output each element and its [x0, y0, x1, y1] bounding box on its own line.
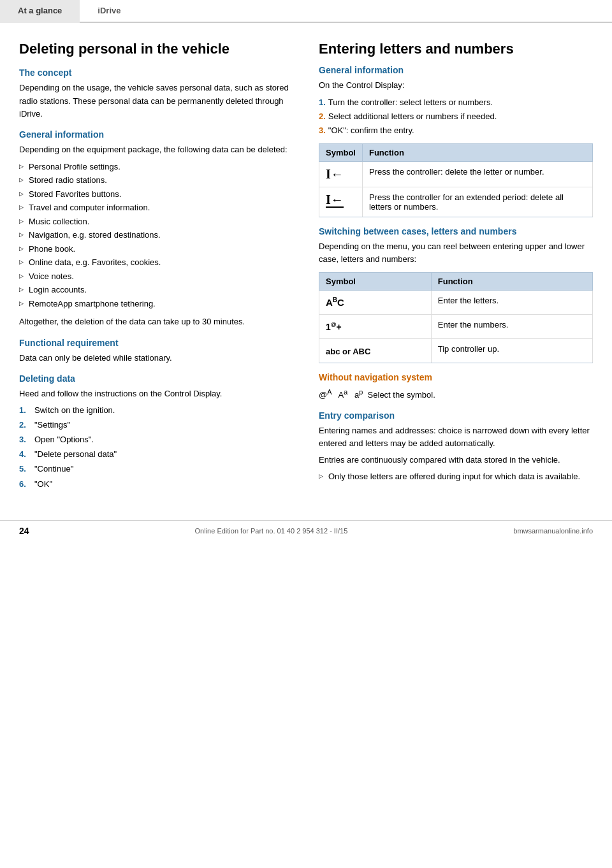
table-row: ABC Enter the letters. — [319, 291, 593, 315]
switching-cases-heading: Switching between cases, letters and num… — [319, 226, 593, 236]
enter-letters-steps: 1. Turn the controller: select letters o… — [319, 96, 593, 137]
footer-brand: bmwsarmanualonline.info — [513, 527, 593, 535]
without-nav-symbols: @A Aa ap Select the symbol. — [319, 386, 593, 401]
tab-at-a-glance[interactable]: At a glance — [0, 0, 80, 23]
list-item: 2. Select additional letters or numbers … — [319, 110, 593, 123]
step-number: 3. — [319, 124, 326, 137]
general-info-body: Depending on the equipment package, the … — [19, 143, 293, 156]
list-item: 6. "OK" — [19, 478, 293, 491]
functional-req-body: Data can only be deleted while stationar… — [19, 352, 293, 365]
left-column: Deleting personal in the vehicle The con… — [19, 41, 293, 495]
entry-comparison-heading: Entry comparison — [319, 410, 593, 421]
symbol-cell: 1@+ — [319, 315, 432, 339]
page-number: 24 — [19, 526, 29, 536]
delete-symbol-table: Symbol Function I← Press the controller:… — [319, 143, 593, 217]
deletable-items-list: Personal Profile settings. Stored radio … — [19, 160, 293, 311]
without-nav-heading: Without navigation system — [319, 372, 593, 382]
deleting-data-body: Heed and follow the instructions on the … — [19, 387, 293, 400]
step-text: Switch on the ignition. — [34, 404, 115, 417]
function-cell: Enter the numbers. — [431, 315, 592, 339]
tab-at-a-glance-label: At a glance — [18, 6, 62, 15]
list-item: 1. Turn the controller: select letters o… — [319, 96, 593, 109]
table-col-function: Function — [362, 143, 592, 161]
list-item: 5. "Continue" — [19, 463, 293, 475]
step-number: 1. — [19, 404, 32, 417]
right-page-title: Entering letters and numbers — [319, 41, 593, 57]
step-text: Open "Options". — [34, 433, 94, 446]
step-number: 4. — [19, 448, 32, 461]
step-number: 2. — [319, 110, 326, 123]
table-col-function: Function — [431, 273, 592, 291]
the-concept-heading: The concept — [19, 68, 293, 78]
left-page-title: Deleting personal in the vehicle — [19, 41, 293, 57]
right-column: Entering letters and numbers General inf… — [319, 41, 593, 495]
switching-cases-body: Depending on the menu, you can reel betw… — [319, 240, 593, 266]
step-text: "Delete personal data" — [34, 448, 117, 461]
footer-copyright: Online Edition for Part no. 01 40 2 954 … — [195, 527, 348, 535]
function-cell: Tip controller up. — [431, 339, 592, 363]
step-text: Select additional letters or numbers if … — [328, 110, 497, 123]
the-concept-body: Depending on the usage, the vehicle save… — [19, 82, 293, 120]
deleting-steps-list: 1. Switch on the ignition. 2. "Settings"… — [19, 404, 293, 491]
symbol-cell: abc or ABC — [319, 339, 432, 363]
step-number: 1. — [319, 96, 326, 109]
bullet-text: Only those letters are offered during in… — [328, 470, 580, 483]
list-item: Personal Profile settings. — [19, 160, 293, 174]
list-item: 1. Switch on the ignition. — [19, 404, 293, 417]
table-col-symbol: Symbol — [319, 273, 432, 291]
functional-req-heading: Functional requirement — [19, 338, 293, 348]
list-item: Navigation, e.g. stored destinations. — [19, 228, 293, 242]
list-item: Voice notes. — [19, 270, 293, 284]
step-text: "Continue" — [34, 463, 73, 475]
list-item: 3. Open "Options". — [19, 433, 293, 446]
list-item: Music collection. — [19, 215, 293, 229]
table-row: I← Press the controller for an extended … — [319, 187, 593, 217]
deleting-data-heading: Deleting data — [19, 373, 293, 384]
symbol-cell: ABC — [319, 291, 432, 315]
step-text: "OK" — [34, 478, 52, 491]
main-content: Deleting personal in the vehicle The con… — [0, 23, 612, 507]
list-item: Stored radio stations. — [19, 173, 293, 187]
list-item: Online data, e.g. Favorites, cookies. — [19, 256, 293, 270]
header-nav: At a glance iDrive — [0, 0, 612, 23]
tab-idrive[interactable]: iDrive — [80, 0, 138, 23]
list-item: 2. "Settings" — [19, 419, 293, 431]
step-text: "OK": confirm the entry. — [328, 124, 414, 137]
table-row: I← Press the controller: delete the lett… — [319, 161, 593, 187]
list-item: 3. "OK": confirm the entry. — [319, 124, 593, 137]
list-item: Stored Favorites buttons. — [19, 187, 293, 201]
entry-comparison-bullet: Only those letters are offered during in… — [319, 470, 593, 483]
step-number: 3. — [19, 433, 32, 446]
step-text: Turn the controller: select letters or n… — [328, 96, 493, 109]
list-item: Travel and computer information. — [19, 201, 293, 215]
deletion-time-note: Altogether, the deletion of the data can… — [19, 315, 293, 328]
entry-comparison-body1: Entering names and addresses: choice is … — [319, 424, 593, 450]
list-item: RemoteApp smartphone tethering. — [19, 297, 293, 311]
table-col-symbol: Symbol — [319, 143, 363, 161]
function-cell: Press the controller for an extended per… — [362, 187, 592, 217]
table-row: 1@+ Enter the numbers. — [319, 315, 593, 339]
general-info-heading-left: General information — [19, 129, 293, 140]
list-item: Phone book. — [19, 242, 293, 256]
table-row: abc or ABC Tip controller up. — [319, 339, 593, 363]
control-display-intro: On the Control Display: — [319, 79, 593, 92]
list-item: Login accounts. — [19, 283, 293, 297]
general-info-heading-right: General information — [319, 65, 593, 75]
function-cell: Enter the letters. — [431, 291, 592, 315]
step-number: 2. — [19, 419, 32, 431]
symbol-cell: I← — [319, 187, 363, 217]
step-number: 5. — [19, 463, 32, 475]
list-item: 4. "Delete personal data" — [19, 448, 293, 461]
step-number: 6. — [19, 478, 32, 491]
entry-comparison-body2: Entries are continuously compared with d… — [319, 454, 593, 467]
symbol-cell: I← — [319, 161, 363, 187]
tab-idrive-label: iDrive — [98, 6, 120, 15]
cases-symbol-table: Symbol Function ABC Enter the letters. 1… — [319, 272, 593, 363]
step-text: "Settings" — [34, 419, 70, 431]
function-cell: Press the controller: delete the letter … — [362, 161, 592, 187]
